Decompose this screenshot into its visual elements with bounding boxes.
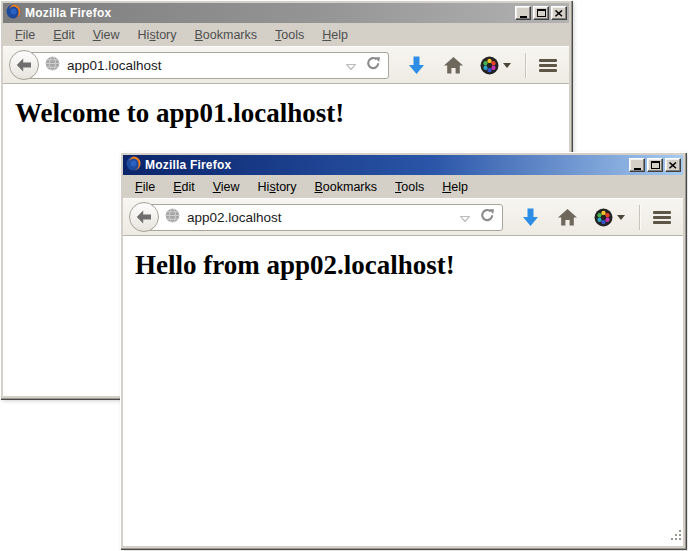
- label-part: tory: [276, 180, 297, 194]
- back-arrow-icon: [16, 58, 32, 72]
- menu-help[interactable]: Help: [313, 25, 357, 45]
- menu-bar-line: [539, 69, 557, 72]
- window-title: Mozilla Firefox: [145, 158, 629, 172]
- chevron-down-icon[interactable]: [617, 215, 625, 220]
- toolbar-separator: [639, 205, 640, 230]
- menu-bookmarks[interactable]: Bookmarks: [186, 25, 267, 45]
- history-dropdown-icon[interactable]: [460, 208, 470, 226]
- menu-history[interactable]: History: [129, 25, 186, 45]
- page-content-app02: Hello from app02.localhost!: [123, 236, 683, 546]
- label-part: V: [93, 28, 101, 42]
- label-part: V: [213, 180, 221, 194]
- site-identity-globe-icon[interactable]: [165, 208, 180, 227]
- menubar: File Edit View History Bookmarks Tools H…: [123, 175, 683, 198]
- menu-edit[interactable]: Edit: [44, 25, 84, 45]
- menu-tools[interactable]: Tools: [386, 177, 433, 197]
- menu-bar-line: [539, 64, 557, 67]
- label-part: B: [315, 180, 323, 194]
- label-part: B: [195, 28, 203, 42]
- label-part: F: [135, 180, 143, 194]
- maximize-button[interactable]: [647, 158, 663, 172]
- label-part: F: [15, 28, 23, 42]
- firefox-icon[interactable]: [126, 156, 141, 175]
- menu-tools[interactable]: Tools: [266, 25, 313, 45]
- close-icon: [669, 162, 677, 169]
- titlebar[interactable]: Mozilla Firefox: [123, 155, 683, 175]
- back-arrow-icon: [136, 210, 152, 224]
- firefox-window-app02: Mozilla Firefox File Edit View History B…: [120, 152, 686, 549]
- menu-bar-line: [653, 221, 671, 224]
- label-part: H: [322, 28, 331, 42]
- label-part: tory: [156, 28, 177, 42]
- menu-bar-line: [653, 211, 671, 214]
- label-part: dit: [182, 180, 195, 194]
- label-part: dit: [62, 28, 75, 42]
- app-menu-button[interactable]: [653, 211, 671, 224]
- url-value: app02.localhost: [187, 210, 282, 225]
- color-wheel-extension-button[interactable]: [594, 208, 613, 227]
- navigation-toolbar: app02.localhost: [123, 198, 683, 236]
- firefox-icon[interactable]: [6, 4, 21, 23]
- back-button[interactable]: [129, 202, 159, 232]
- menu-help[interactable]: Help: [433, 177, 477, 197]
- label-part: E: [53, 28, 61, 42]
- color-wheel-extension-button[interactable]: [480, 56, 499, 75]
- minimize-button[interactable]: [515, 6, 531, 20]
- url-value: app01.localhost: [67, 58, 162, 73]
- label-part: ools: [281, 28, 304, 42]
- page-heading: Hello from app02.localhost!: [135, 250, 683, 281]
- menubar: File Edit View History Bookmarks Tools H…: [3, 23, 569, 46]
- window-title: Mozilla Firefox: [25, 6, 515, 20]
- reload-icon[interactable]: [480, 208, 495, 226]
- minimize-icon: [634, 168, 641, 170]
- close-button[interactable]: [665, 158, 681, 172]
- reload-icon[interactable]: [366, 56, 381, 74]
- home-button[interactable]: [444, 57, 463, 74]
- minimize-icon: [520, 16, 527, 18]
- label-part: iew: [101, 28, 120, 42]
- label-part: elp: [451, 180, 468, 194]
- navigation-toolbar: app01.localhost: [3, 46, 569, 84]
- history-dropdown-icon[interactable]: [346, 56, 356, 74]
- menu-edit[interactable]: Edit: [164, 177, 204, 197]
- page-heading: Welcome to app01.localhost!: [15, 98, 569, 129]
- label-part: ools: [401, 180, 424, 194]
- label-part: E: [173, 180, 181, 194]
- url-bar[interactable]: app01.localhost: [23, 52, 389, 79]
- resize-grip[interactable]: [670, 527, 682, 545]
- menu-file[interactable]: File: [126, 177, 164, 197]
- maximize-icon: [537, 9, 546, 17]
- titlebar[interactable]: Mozilla Firefox: [3, 3, 569, 23]
- close-button[interactable]: [551, 6, 567, 20]
- maximize-button[interactable]: [533, 6, 549, 20]
- back-button[interactable]: [9, 50, 39, 80]
- window-controls: [515, 6, 567, 20]
- menu-view[interactable]: View: [84, 25, 129, 45]
- label-part: Hi: [258, 180, 270, 194]
- downloads-button[interactable]: [522, 208, 539, 227]
- url-bar[interactable]: app02.localhost: [143, 204, 503, 231]
- label-part: H: [442, 180, 451, 194]
- toolbar-separator: [525, 53, 526, 78]
- site-identity-globe-icon[interactable]: [45, 56, 60, 75]
- window-controls: [629, 158, 681, 172]
- close-icon: [555, 10, 563, 17]
- app-menu-button[interactable]: [539, 59, 557, 72]
- downloads-button[interactable]: [408, 56, 425, 75]
- label-part: ookmarks: [323, 180, 377, 194]
- label-part: ookmarks: [203, 28, 257, 42]
- label-part: Hi: [138, 28, 150, 42]
- menu-bookmarks[interactable]: Bookmarks: [306, 177, 387, 197]
- label-part: iew: [221, 180, 240, 194]
- menu-file[interactable]: File: [6, 25, 44, 45]
- maximize-icon: [651, 161, 660, 169]
- menu-bar-line: [539, 59, 557, 62]
- chevron-down-icon[interactable]: [503, 63, 511, 68]
- minimize-button[interactable]: [629, 158, 645, 172]
- label-part: ile: [143, 180, 156, 194]
- home-button[interactable]: [558, 209, 577, 226]
- menu-bar-line: [653, 216, 671, 219]
- menu-view[interactable]: View: [204, 177, 249, 197]
- label-part: ile: [23, 28, 36, 42]
- menu-history[interactable]: History: [249, 177, 306, 197]
